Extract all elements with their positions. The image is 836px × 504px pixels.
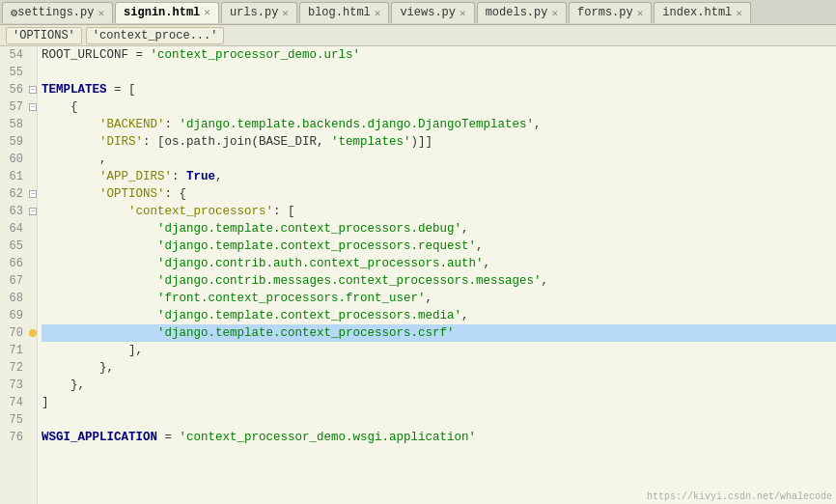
- gutter-59: [29, 133, 37, 151]
- code-line-56: TEMPLATES = [: [42, 81, 836, 98]
- tab-label: blog.html: [308, 6, 371, 19]
- tab-urls-py[interactable]: urls.py ✕: [221, 2, 297, 23]
- line-number: 60: [0, 153, 29, 166]
- code-line-61: 'APP_DIRS': True,: [42, 168, 836, 185]
- gutter-69: [29, 307, 37, 324]
- code-line-58: 'BACKEND': 'django.template.backends.dja…: [42, 116, 836, 133]
- gutter-62: −: [29, 185, 37, 203]
- gutter-65: [29, 238, 37, 255]
- tab-icon-settings: ⚙: [11, 6, 17, 20]
- code-area: 54 55 56− 57− 58 59 60 61 62− 63− 64 65 …: [0, 46, 836, 504]
- code-line-74: ]: [42, 394, 836, 411]
- tab-label: forms.py: [577, 6, 633, 19]
- line-number: 55: [0, 66, 29, 79]
- gutter-71: [29, 342, 37, 359]
- line-number: 65: [0, 239, 29, 253]
- line-number: 70: [0, 326, 29, 340]
- tab-label: settings.py: [17, 6, 94, 19]
- gutter-76: [29, 429, 37, 446]
- line-number: 72: [0, 361, 29, 375]
- path-chip-options[interactable]: 'OPTIONS': [6, 27, 82, 44]
- code-line-57: {: [42, 98, 836, 116]
- gutter-70: [29, 324, 37, 342]
- gutter-56: −: [29, 81, 37, 98]
- gutter-68: [29, 290, 37, 307]
- line-number: 74: [0, 396, 29, 409]
- tab-label: views.py: [400, 6, 456, 19]
- code-line-68: 'front.context_processors.front_user',: [42, 290, 836, 307]
- code-line-65: 'django.template.context_processors.requ…: [42, 238, 836, 255]
- line-number: 66: [0, 257, 29, 270]
- tab-close-views[interactable]: ✕: [460, 7, 466, 19]
- line-number: 64: [0, 222, 29, 236]
- tab-forms-py[interactable]: forms.py ✕: [569, 2, 652, 23]
- gutter-66: [29, 255, 37, 272]
- line-number: 67: [0, 274, 29, 288]
- gutter-60: [29, 151, 37, 168]
- tab-close-settings[interactable]: ✕: [98, 7, 104, 19]
- code-line-69: 'django.template.context_processors.medi…: [42, 307, 836, 324]
- tab-close-signin[interactable]: ✕: [204, 6, 210, 18]
- code-line-76: WSGI_APPLICATION = 'context_processor_de…: [42, 429, 836, 446]
- tab-signin-html[interactable]: signin.html ✕: [115, 2, 219, 23]
- tab-bar: ⚙ settings.py ✕ signin.html ✕ urls.py ✕ …: [0, 0, 836, 25]
- code-line-75: [42, 411, 836, 429]
- tab-label: signin.html: [124, 6, 200, 19]
- tab-models-py[interactable]: models.py ✕: [477, 2, 567, 23]
- code-line-62: 'OPTIONS': {: [42, 185, 836, 203]
- gutter-74: [29, 394, 37, 411]
- line-number: 62: [0, 187, 29, 201]
- tab-close-models[interactable]: ✕: [551, 7, 558, 19]
- path-bar: 'OPTIONS' 'context_proce...': [0, 25, 836, 46]
- tab-settings-py[interactable]: ⚙ settings.py ✕: [2, 2, 113, 23]
- line-number: 61: [0, 170, 29, 183]
- code-line-72: },: [42, 359, 836, 377]
- code-line-59: 'DIRS': [os.path.join(BASE_DIR, 'templat…: [42, 133, 836, 151]
- tab-close-forms[interactable]: ✕: [637, 7, 644, 19]
- code-line-67: 'django.contrib.messages.context_process…: [42, 272, 836, 290]
- gutter-58: [29, 116, 37, 133]
- code-line-71: ],: [42, 342, 836, 359]
- gutter-63: −: [29, 203, 37, 220]
- code-content: ROOT_URLCONF = 'context_processor_demo.u…: [38, 46, 836, 504]
- gutter-54: [29, 46, 37, 64]
- gutter-72: [29, 359, 37, 377]
- code-line-70: 'django.template.context_processors.csrf…: [42, 324, 836, 342]
- code-line-66: 'django.contrib.auth.context_processors.…: [42, 255, 836, 272]
- gutter-75: [29, 411, 37, 429]
- tab-views-py[interactable]: views.py ✕: [391, 2, 474, 23]
- line-number: 68: [0, 292, 29, 305]
- tab-close-urls[interactable]: ✕: [282, 7, 289, 19]
- line-number: 71: [0, 344, 29, 357]
- gutter-61: [29, 168, 37, 185]
- line-number: 59: [0, 135, 29, 149]
- tab-label: models.py: [486, 6, 548, 19]
- tab-label: urls.py: [230, 6, 278, 19]
- path-chip-context[interactable]: 'context_proce...': [86, 27, 225, 44]
- line-number: 54: [0, 48, 29, 62]
- tab-close-index[interactable]: ✕: [736, 7, 742, 19]
- line-number: 56: [0, 83, 29, 97]
- line-number: 76: [0, 431, 29, 444]
- code-line-64: 'django.template.context_processors.debu…: [42, 220, 836, 238]
- gutter-73: [29, 377, 37, 394]
- tab-label: index.html: [662, 6, 732, 19]
- code-line-60: ,: [42, 151, 836, 168]
- gutter-67: [29, 272, 37, 290]
- line-number: 73: [0, 378, 29, 392]
- line-number: 75: [0, 413, 29, 427]
- gutter-64: [29, 220, 37, 238]
- gutter-57: −: [29, 98, 37, 116]
- line-number: 58: [0, 118, 29, 131]
- gutter-55: [29, 64, 37, 81]
- tab-index-html[interactable]: index.html ✕: [654, 2, 751, 23]
- code-line-73: },: [42, 377, 836, 394]
- line-number: 57: [0, 100, 29, 114]
- line-numbers: 54 55 56− 57− 58 59 60 61 62− 63− 64 65 …: [0, 46, 38, 504]
- code-line-55: [42, 64, 836, 81]
- code-line-63: 'context_processors': [: [42, 203, 836, 220]
- tab-close-blog[interactable]: ✕: [375, 7, 381, 19]
- code-line-54: ROOT_URLCONF = 'context_processor_demo.u…: [42, 46, 836, 64]
- tab-blog-html[interactable]: blog.html ✕: [299, 2, 389, 23]
- line-number: 63: [0, 205, 29, 218]
